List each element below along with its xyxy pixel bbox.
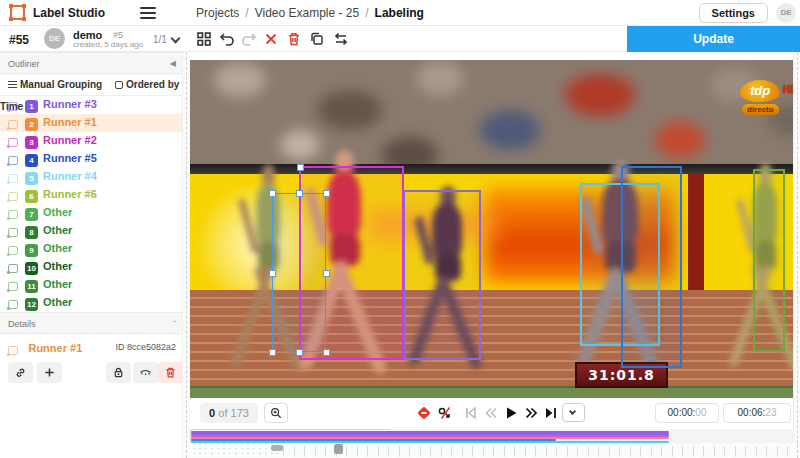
logo-text[interactable]: Label Studio: [33, 6, 105, 20]
step-forward-button[interactable]: [523, 405, 539, 421]
ruler-position-marker[interactable]: [334, 444, 343, 454]
ruler-tick: [693, 446, 694, 457]
right-panel-resize-handle[interactable]: [793, 52, 800, 458]
swap-arrows-icon[interactable]: [333, 31, 349, 47]
ruler-scroll-thumb[interactable]: [271, 445, 283, 451]
chevron-down-icon[interactable]: [171, 34, 181, 44]
details-title: Details: [8, 319, 36, 329]
collapse-panel-icon[interactable]: ◀: [170, 53, 176, 75]
outliner-title: Outliner: [8, 59, 40, 69]
region-index-badge: 6: [25, 190, 38, 203]
current-time-field[interactable]: 00:00:00: [655, 403, 719, 423]
region-index-badge: 4: [25, 154, 38, 167]
annotator-avatar[interactable]: DE: [44, 28, 65, 49]
ruler-tick: [304, 446, 305, 457]
sort-direction-up-icon[interactable]: ↑: [169, 74, 174, 96]
menu-hamburger-icon[interactable]: [140, 7, 156, 19]
region-row-other[interactable]: 8Other: [0, 222, 182, 240]
link-region-button[interactable]: [8, 362, 33, 383]
region-type-icon: [8, 210, 18, 219]
ruler-tick: [399, 446, 400, 457]
region-row-runner-1[interactable]: 2Runner #1: [0, 114, 182, 132]
ruler-tick: [556, 446, 557, 457]
outliner-sidebar: Outliner ◀ Manual Grouping Ordered by Ti…: [0, 52, 182, 458]
ruler-tick: [735, 446, 736, 457]
region-index-badge: 5: [25, 172, 38, 185]
ruler-tick: [567, 446, 568, 457]
region-index-badge: 3: [25, 136, 38, 149]
keypoint-diamond-icon[interactable]: [416, 405, 432, 421]
region-row-runner-4[interactable]: 5Runner #4: [0, 168, 182, 186]
region-box-runner-6[interactable]: [753, 169, 785, 352]
ruler-tick: [483, 446, 484, 457]
billboard-post: [688, 174, 704, 290]
region-box-runner-5[interactable]: [621, 166, 682, 368]
region-row-runner-2[interactable]: 3Runner #2: [0, 132, 182, 150]
hd-badge: HD: [783, 84, 793, 95]
video-frame-canvas[interactable]: tdp HD directo 31:01.8: [190, 60, 793, 398]
region-row-runner-6[interactable]: 6Runner #6: [0, 186, 182, 204]
task-id: #55: [9, 33, 29, 47]
ruler-tick: [766, 446, 767, 457]
region-index-badge: 8: [25, 226, 38, 239]
manual-grouping-toggle[interactable]: Manual Grouping: [0, 79, 102, 90]
ruler-tick: [661, 446, 662, 457]
region-row-other[interactable]: 11Other: [0, 276, 182, 294]
expand-collapse-icon[interactable]: ˆ: [173, 313, 176, 335]
keyframe-toggle-icon[interactable]: [437, 405, 453, 421]
ruler-tick: [409, 446, 410, 457]
skip-to-start-button[interactable]: [463, 405, 479, 421]
skip-to-end-button[interactable]: [543, 405, 559, 421]
zoom-to-fit-button[interactable]: [264, 403, 288, 423]
resize-handle[interactable]: [296, 190, 303, 197]
play-button[interactable]: [503, 405, 519, 421]
resize-handle[interactable]: [269, 349, 276, 356]
resize-handle[interactable]: [269, 190, 276, 197]
settings-button[interactable]: Settings: [699, 3, 768, 23]
region-label: Runner #2: [43, 134, 97, 146]
resize-handle[interactable]: [297, 164, 304, 171]
delete-trash-icon[interactable]: [286, 31, 302, 47]
region-box-runner-3[interactable]: [403, 190, 481, 360]
region-row-other[interactable]: 9Other: [0, 240, 182, 258]
region-row-runner-5[interactable]: 4Runner #5: [0, 150, 182, 168]
playback-options-dropdown[interactable]: [562, 403, 585, 422]
resize-handle[interactable]: [269, 270, 276, 277]
resize-handle[interactable]: [323, 270, 330, 277]
update-button[interactable]: Update: [627, 26, 800, 52]
region-row-runner-3[interactable]: 1Runner #3: [0, 96, 182, 114]
resize-handle[interactable]: [323, 190, 330, 197]
redo-icon[interactable]: [241, 31, 257, 47]
breadcrumb-project[interactable]: Video Example - 25: [255, 6, 360, 20]
undo-icon[interactable]: [219, 31, 235, 47]
total-time-field: 00:06:23: [723, 403, 791, 423]
region-index-badge: 2: [25, 118, 38, 131]
region-box-runner-1-selected[interactable]: [272, 193, 326, 352]
step-back-button[interactable]: [483, 405, 499, 421]
region-type-icon: [8, 300, 18, 309]
duplicate-copy-icon[interactable]: [309, 31, 325, 47]
label-studio-logo-icon[interactable]: [10, 5, 25, 20]
sidebar-resize-handle[interactable]: [182, 52, 190, 458]
frame-counter-input[interactable]: 0 of 173: [200, 403, 258, 423]
region-type-icon: [8, 120, 18, 129]
delete-region-button[interactable]: [158, 362, 183, 383]
region-row-other[interactable]: 12Other: [0, 294, 182, 312]
resize-handle[interactable]: [296, 349, 303, 356]
region-row-other[interactable]: 10Other: [0, 258, 182, 276]
region-row-other[interactable]: 7Other: [0, 204, 182, 222]
view-all-grid-icon[interactable]: [196, 31, 212, 47]
ruler-tick: [346, 446, 347, 457]
region-index-badge: 9: [25, 244, 38, 257]
lock-region-button[interactable]: [106, 362, 131, 383]
add-relation-button[interactable]: [37, 362, 62, 383]
ruler-tick: [493, 446, 494, 457]
reject-x-icon[interactable]: [263, 31, 279, 47]
regions-timeline[interactable]: [190, 429, 795, 443]
hide-region-eye-button[interactable]: [133, 362, 158, 383]
ruler-tick: [294, 446, 295, 457]
breadcrumb-projects[interactable]: Projects: [196, 6, 239, 20]
resize-handle[interactable]: [323, 349, 330, 356]
user-avatar[interactable]: DE: [776, 3, 796, 23]
annotation-pager: 1/1: [153, 34, 167, 45]
